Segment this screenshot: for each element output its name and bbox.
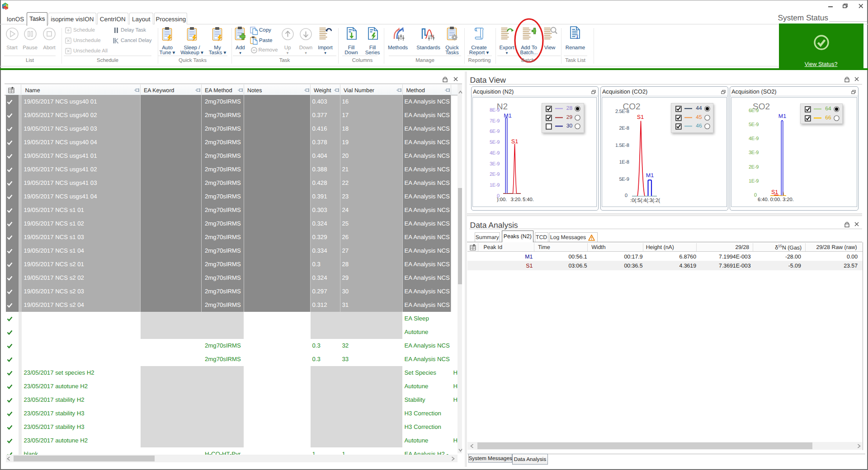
svg-text:i: i bbox=[576, 33, 578, 40]
